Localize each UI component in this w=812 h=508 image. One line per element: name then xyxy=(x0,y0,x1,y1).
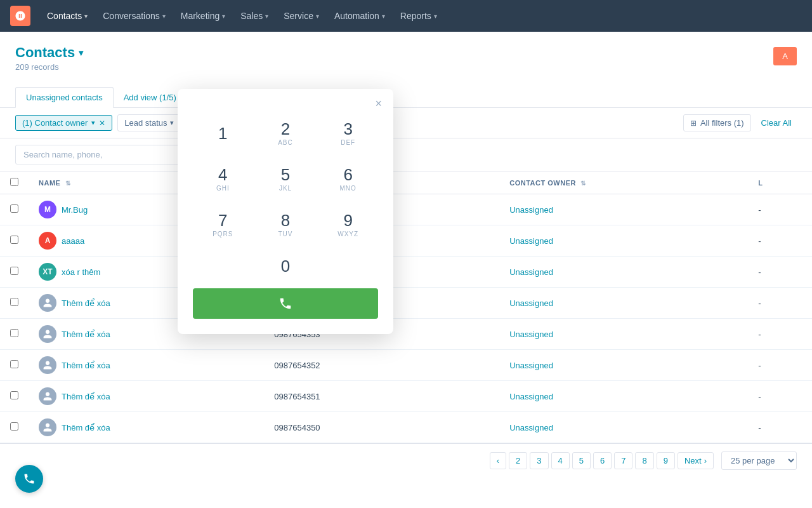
nav-marketing[interactable]: Marketing ▾ xyxy=(174,7,232,25)
page-number-button[interactable]: 6 xyxy=(593,452,612,469)
pagination-bar: ‹ 23456789 Next › 25 per page 50 per pag… xyxy=(0,443,812,478)
contact-name-link[interactable]: Thêm để xóa xyxy=(62,330,110,339)
sort-icon[interactable]: ⇅ xyxy=(65,180,71,187)
contact-name-link[interactable]: Mr.Bug xyxy=(62,205,88,215)
nav-conversations[interactable]: Conversations ▾ xyxy=(96,7,172,25)
dialpad-key-9[interactable]: 9WXYZ xyxy=(318,203,378,246)
last-cell: - xyxy=(748,319,812,350)
contact-name-link[interactable]: Thêm để xóa xyxy=(62,361,110,370)
lead-status-dropdown[interactable]: Lead status ▾ xyxy=(117,114,180,131)
dialpad-key-5[interactable]: 5JKL xyxy=(256,157,316,201)
search-input[interactable] xyxy=(15,145,193,164)
owner-value[interactable]: Unassigned xyxy=(509,267,553,277)
row-checkbox[interactable] xyxy=(10,391,18,399)
nav-reports[interactable]: Reports ▾ xyxy=(394,7,443,25)
page-title[interactable]: Contacts ▾ xyxy=(15,44,83,61)
dialpad-key-1[interactable]: 1 xyxy=(193,112,253,155)
row-checkbox[interactable] xyxy=(10,236,18,244)
row-checkbox-cell[interactable] xyxy=(0,194,29,225)
nav-sales[interactable]: Sales ▾ xyxy=(234,7,275,25)
owner-value[interactable]: Unassigned xyxy=(509,330,553,339)
dialpad-letters: ABC xyxy=(278,139,293,146)
row-checkbox[interactable] xyxy=(10,329,18,337)
nav-service[interactable]: Service ▾ xyxy=(277,7,325,25)
dialpad-grid: 12ABC3DEF4GHI5JKL6MNO7PQRS8TUV9WXYZ0 xyxy=(193,112,378,283)
dialpad-digit: 0 xyxy=(281,258,290,274)
contact-name-link[interactable]: Thêm để xóa xyxy=(62,392,110,401)
row-checkbox[interactable] xyxy=(10,204,18,213)
dialpad-key-4[interactable]: 4GHI xyxy=(193,157,253,201)
prev-page-button[interactable]: ‹ xyxy=(490,452,506,469)
owner-value[interactable]: Unassigned xyxy=(509,298,553,308)
row-checkbox[interactable] xyxy=(10,298,18,306)
contact-name-cell: Thêm để xóa xyxy=(29,381,264,412)
clear-all-button[interactable]: Clear All xyxy=(756,115,797,131)
table-row: Thêm để xóa 0987654352 Unassigned - xyxy=(0,350,812,381)
header-right: A xyxy=(773,44,797,65)
all-filters-button[interactable]: ⊞ All filters (1) xyxy=(683,114,751,131)
contact-owner-filter-chip[interactable]: (1) Contact owner ▾ ✕ xyxy=(15,115,112,131)
nav-automation[interactable]: Automation ▾ xyxy=(328,7,391,25)
select-all-checkbox-header[interactable] xyxy=(0,171,29,194)
filter-chip-label: (1) Contact owner xyxy=(22,118,88,128)
dialpad-key-2[interactable]: 2ABC xyxy=(256,112,316,155)
sort-icon[interactable]: ⇅ xyxy=(580,180,586,187)
dialpad-digit: 1 xyxy=(218,125,227,142)
page-number-button[interactable]: 8 xyxy=(635,452,653,469)
contact-name-link[interactable]: Thêm để xóa xyxy=(62,298,110,308)
page-number-button[interactable]: 9 xyxy=(657,452,675,469)
dialpad-digit: 7 xyxy=(218,212,227,229)
per-page-select[interactable]: 25 per page 50 per page 100 per page xyxy=(721,451,797,470)
contact-name-link[interactable]: aaaaa xyxy=(62,236,84,246)
owner-value[interactable]: Unassigned xyxy=(509,361,553,370)
dialpad-key-7[interactable]: 7PQRS xyxy=(193,203,253,246)
table-row: Thêm để xóa 0987654351 Unassigned - xyxy=(0,381,812,412)
row-checkbox-cell[interactable] xyxy=(0,288,29,319)
row-checkbox-cell[interactable] xyxy=(0,412,29,443)
add-view-tab[interactable]: Add view (1/5) xyxy=(116,88,184,107)
table-row: M Mr.Bug 0934534532 Unassigned - xyxy=(0,194,812,225)
active-view-tab[interactable]: Unassigned contacts xyxy=(15,87,114,108)
owner-cell: Unassigned xyxy=(499,412,748,443)
contact-name-link[interactable]: xóa r thêm xyxy=(62,267,100,277)
owner-value[interactable]: Unassigned xyxy=(509,423,553,432)
last-cell: - xyxy=(748,350,812,381)
dialpad-call-button[interactable] xyxy=(193,288,378,319)
owner-value[interactable]: Unassigned xyxy=(509,392,553,401)
nav-contacts[interactable]: Contacts ▾ xyxy=(41,7,94,25)
owner-cell: Unassigned xyxy=(499,319,748,350)
row-checkbox[interactable] xyxy=(10,360,18,368)
row-checkbox-cell[interactable] xyxy=(0,381,29,412)
page-number-button[interactable]: 2 xyxy=(509,452,527,469)
dialpad-key-6[interactable]: 6MNO xyxy=(318,157,378,201)
page-number-button[interactable]: 7 xyxy=(614,452,632,469)
actions-button[interactable]: A xyxy=(773,47,797,65)
next-page-button[interactable]: Next › xyxy=(678,452,714,469)
owner-value[interactable]: Unassigned xyxy=(509,236,553,246)
logo[interactable] xyxy=(10,6,30,26)
owner-cell: Unassigned xyxy=(499,225,748,257)
dialpad-key-8[interactable]: 8TUV xyxy=(256,203,316,246)
phone-fab[interactable] xyxy=(15,465,43,493)
owner-cell: Unassigned xyxy=(499,257,748,288)
page-number-button[interactable]: 5 xyxy=(572,452,591,469)
dialpad-key-3[interactable]: 3DEF xyxy=(318,112,378,155)
dialpad-letters: MNO xyxy=(339,185,356,192)
row-checkbox-cell[interactable] xyxy=(0,257,29,288)
page-number-button[interactable]: 4 xyxy=(551,452,570,469)
row-checkbox[interactable] xyxy=(10,267,18,275)
dialpad-key-0[interactable]: 0 xyxy=(256,249,316,283)
row-checkbox-cell[interactable] xyxy=(0,319,29,350)
remove-filter-icon[interactable]: ✕ xyxy=(99,119,105,128)
dialpad-close-button[interactable]: × xyxy=(375,98,382,109)
row-checkbox-cell[interactable] xyxy=(0,225,29,257)
owner-value[interactable]: Unassigned xyxy=(509,205,553,215)
contact-name-link[interactable]: Thêm để xóa xyxy=(62,423,110,432)
chevron-down-icon: ▾ xyxy=(162,13,166,20)
row-checkbox-cell[interactable] xyxy=(0,350,29,381)
page-number-button[interactable]: 3 xyxy=(530,452,548,469)
row-checkbox[interactable] xyxy=(10,422,18,431)
chevron-down-icon: ▾ xyxy=(265,13,268,20)
select-all-checkbox[interactable] xyxy=(10,178,18,186)
last-cell: - xyxy=(748,225,812,257)
